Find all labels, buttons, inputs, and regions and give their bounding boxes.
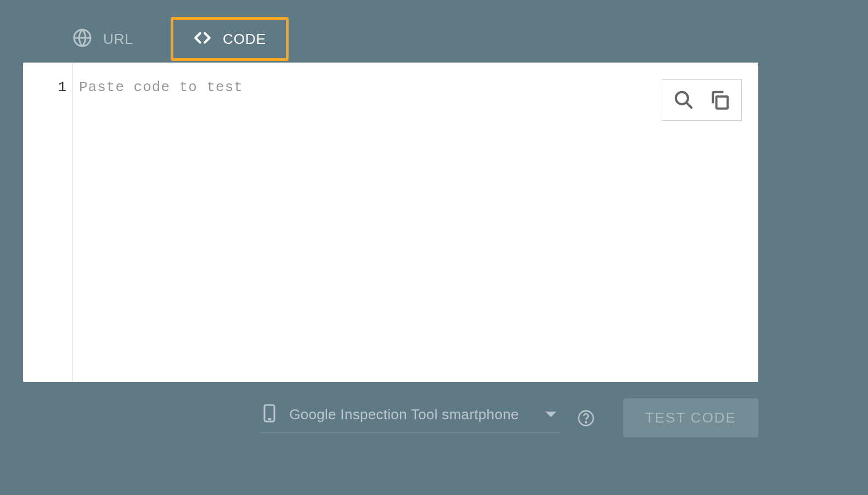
tab-bar: URL CODE [0, 0, 868, 63]
tab-code[interactable]: CODE [171, 17, 289, 61]
search-icon[interactable] [673, 89, 694, 110]
smartphone-icon [260, 403, 279, 425]
svg-rect-4 [717, 97, 728, 109]
line-gutter: 1 [23, 63, 72, 382]
tab-url-label: URL [103, 31, 133, 48]
copy-icon[interactable] [709, 89, 730, 110]
tab-code-label: CODE [223, 31, 266, 48]
device-select[interactable]: Google Inspection Tool smartphone [260, 403, 560, 432]
svg-line-3 [686, 103, 692, 108]
code-editor-panel: 1 [23, 63, 758, 382]
test-code-button[interactable]: TEST CODE [623, 398, 758, 437]
help-icon[interactable] [577, 409, 595, 427]
device-select-label: Google Inspection Tool smartphone [289, 406, 518, 423]
code-icon [193, 29, 212, 49]
chevron-down-icon [545, 412, 556, 417]
tab-url[interactable]: URL [53, 19, 153, 59]
globe-icon [72, 28, 92, 50]
footer-bar: Google Inspection Tool smartphone TEST C… [0, 382, 868, 437]
code-area [72, 63, 758, 382]
editor-toolbar [662, 79, 742, 121]
line-number: 1 [23, 79, 66, 95]
svg-point-8 [585, 421, 587, 423]
code-input[interactable] [79, 79, 758, 382]
